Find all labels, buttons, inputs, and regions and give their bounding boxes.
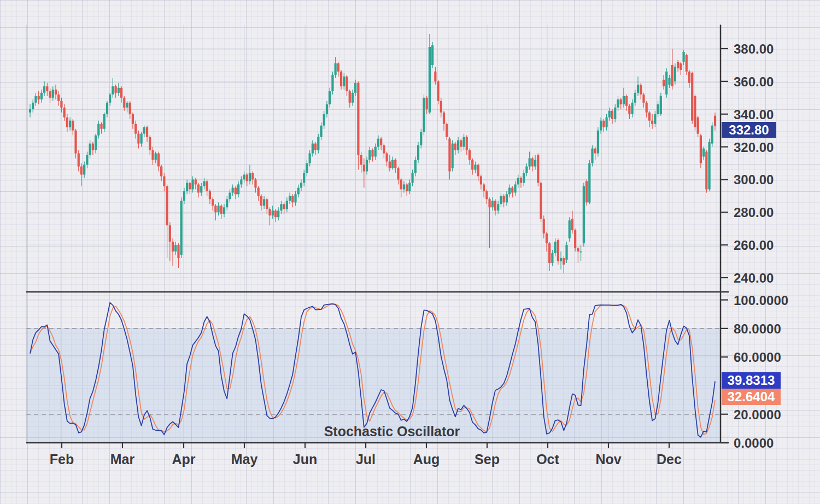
candle-body [686,55,688,72]
candle-body [554,242,557,253]
candle-body [577,248,579,251]
month-label: Dec [657,453,682,466]
candle-body [272,210,274,215]
oscillator-tick-label: 0.0000 [734,437,774,450]
candle-body [55,90,57,95]
candle-body [448,139,450,172]
candle-body [169,225,171,242]
candle-body [337,63,339,72]
candle-body [206,181,208,191]
candle-body [57,95,60,101]
chart-root: 332.80 39.8313 32.6404 Stochastic Oscill… [0,0,820,504]
candle-body [497,204,499,210]
candle-body [274,210,277,217]
candle-body [38,96,40,99]
candle-body [529,159,531,167]
candle-body [345,77,348,91]
candle-body [585,181,588,202]
candle-body [608,111,611,118]
candle-body [517,178,519,184]
candle-body [391,160,394,168]
candle-body [434,72,436,81]
candle-body [200,186,202,192]
candle-body [257,187,260,196]
candle-body [654,114,656,124]
candle-body [617,99,619,108]
candle-body [174,245,177,251]
candle-body [103,114,106,129]
candle-body [320,126,322,137]
candle-body [625,96,628,106]
candle-body [614,108,616,119]
candle-body [323,114,325,126]
candle-body [314,144,317,150]
candle-body [540,183,542,219]
candle-body [115,86,117,93]
candle-body [291,196,294,202]
candle-body [574,230,576,248]
candle-body [403,184,405,189]
candle-body [543,219,545,233]
candle-body [485,191,488,199]
candle-body [251,173,254,179]
candle-body [357,83,359,155]
candle-body [371,150,373,157]
candle-body [197,184,200,192]
price-tick-label: 380.00 [734,43,774,56]
candle-body [60,101,62,108]
candle-body [380,139,382,145]
candle-body [477,165,479,176]
candle-body [46,86,48,91]
candle-body [32,103,34,109]
candle-body [286,201,288,209]
candle-body [597,131,599,154]
candle-body [155,154,157,160]
candle-body [668,78,670,85]
candle-body [694,96,696,127]
candle-body [480,176,482,184]
price-tick-label: 360.00 [734,75,774,89]
candle-body [468,150,471,160]
candle-body [563,258,565,265]
candle-body [89,144,91,155]
candle-body [129,103,131,114]
candle-body [560,258,562,261]
candle-body [500,196,502,204]
candle-body [611,111,613,119]
candle-body [408,183,411,191]
candle-body [462,137,465,147]
price-tick-label: 340.00 [734,108,774,121]
candle-body [389,162,391,168]
candle-body [663,80,665,86]
candle-body [329,91,331,104]
candle-body [580,251,582,253]
candle-body [602,121,605,127]
candle-body [386,154,388,162]
candle-body [195,179,197,184]
candle-body [531,159,534,167]
candle-body [623,96,625,104]
candle-body [249,173,251,181]
month-label: Nov [595,453,621,466]
candle-body [189,183,191,189]
candle-body [583,186,585,243]
candle-body [557,240,559,261]
candle-body [466,137,468,150]
candle-body [74,131,77,154]
candle-body [688,72,690,83]
last-price-badge: 332.80 [722,122,776,138]
candle-body [163,176,165,186]
oscillator-tick-label: 100.0000 [734,294,788,307]
candle-body [411,173,413,183]
candle-body [232,187,234,192]
candle-body [503,196,505,202]
candle-body [471,160,473,170]
candle-body [360,155,362,165]
candle-body [508,187,511,194]
candle-body [149,137,151,150]
candle-body [140,134,143,144]
candle-body [697,118,699,134]
candle-body [680,63,682,70]
candle-body [352,93,354,103]
candles-layer [29,34,716,273]
